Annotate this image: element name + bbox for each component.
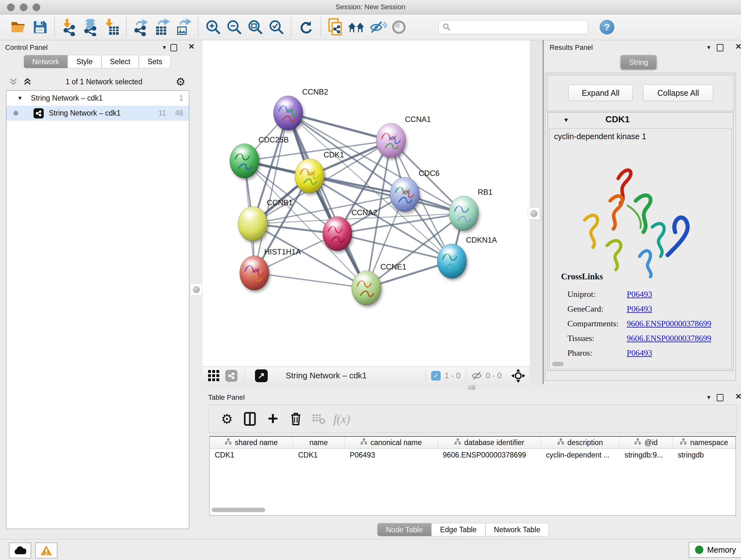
column-header-description[interactable]: description: [541, 437, 619, 448]
network-node-CCNB1[interactable]: [238, 206, 267, 241]
delete-column-icon[interactable]: [284, 409, 307, 429]
network-node-RB1[interactable]: [449, 196, 478, 231]
show-columns-icon[interactable]: [239, 409, 261, 429]
column-header-shared-name[interactable]: shared name: [210, 437, 293, 448]
expand-all-button[interactable]: Expand All: [568, 84, 633, 101]
network-row[interactable]: String Network – cdk1 11 48: [6, 106, 189, 121]
collection-expander-icon[interactable]: ▼: [17, 95, 23, 102]
tab-style[interactable]: Style: [68, 55, 101, 68]
network-node-CCNB2[interactable]: [273, 96, 303, 130]
first-neighbors-icon[interactable]: [346, 17, 367, 38]
apply-layout-icon[interactable]: [295, 17, 317, 38]
hide-selected-icon[interactable]: [367, 17, 388, 38]
export-network-icon[interactable]: [131, 17, 152, 38]
tab-node-table[interactable]: Node Table: [377, 523, 431, 537]
results-panel-close-icon[interactable]: ✕: [735, 42, 741, 51]
network-node-CCNA1[interactable]: [376, 123, 406, 158]
open-file-icon[interactable]: [8, 17, 29, 38]
warning-status-button[interactable]: [35, 543, 57, 558]
crosslink-link[interactable]: P06493: [627, 290, 652, 299]
tab-select[interactable]: Select: [102, 55, 139, 68]
results-panel-float-menu-icon[interactable]: ▾: [707, 44, 711, 51]
control-panel-float-icon[interactable]: [171, 44, 177, 52]
import-table-from-file-icon[interactable]: [101, 17, 122, 38]
table-cell[interactable]: cyclin-dependent ...: [541, 449, 619, 461]
tab-sets[interactable]: Sets: [139, 55, 171, 68]
crosslink-link[interactable]: 9606.ENSP00000378699: [627, 319, 711, 328]
delete-table-icon[interactable]: [307, 409, 330, 429]
entry-expander-icon[interactable]: ▼: [563, 117, 569, 124]
horizontal-splitter-handle[interactable]: [468, 385, 475, 390]
table-panel-float-menu-icon[interactable]: ▾: [707, 393, 711, 401]
table-cell[interactable]: 9606.ENSP00000378699: [438, 449, 541, 461]
search-field[interactable]: [451, 23, 580, 32]
table-cell[interactable]: stringdb:9...: [619, 449, 673, 461]
selected-checkbox-icon[interactable]: ✓: [431, 371, 441, 381]
entry-hscrollbar[interactable]: [552, 362, 563, 366]
expand-all-networks-icon[interactable]: [23, 77, 32, 86]
column-header-namespace[interactable]: namespace: [673, 437, 736, 448]
column-header-canonical-name[interactable]: canonical name: [345, 437, 438, 448]
search-input[interactable]: [438, 20, 588, 34]
table-cell[interactable]: CDK1: [210, 449, 293, 461]
network-options-gear-icon[interactable]: ⚙: [176, 75, 185, 88]
network-edge[interactable]: [288, 113, 366, 288]
network-share-view-icon[interactable]: [225, 370, 238, 382]
control-panel-float-menu-icon[interactable]: ▾: [163, 44, 166, 51]
zoom-selected-icon[interactable]: [266, 17, 287, 38]
crosslink-link[interactable]: P06493: [627, 348, 652, 358]
import-network-from-database-icon[interactable]: [80, 17, 101, 38]
show-all-icon[interactable]: [388, 17, 409, 38]
new-network-from-selection-icon[interactable]: [325, 17, 346, 38]
zoom-out-icon[interactable]: [224, 17, 245, 38]
collapse-all-button[interactable]: Collapse All: [643, 84, 713, 101]
cloud-status-button[interactable]: [9, 543, 31, 558]
results-panel: Results Panel ▾ ✕ String Expand All Coll…: [544, 40, 741, 384]
network-node-CDKN1A[interactable]: [437, 244, 467, 278]
export-image-icon[interactable]: [173, 17, 194, 38]
network-node-CDK1[interactable]: [295, 159, 324, 193]
help-button[interactable]: ?: [600, 20, 614, 35]
table-cell[interactable]: P06493: [345, 449, 438, 461]
network-node-CDC6[interactable]: [390, 177, 419, 212]
network-node-HIST1H1A[interactable]: [240, 256, 269, 290]
network-node-CCNA2[interactable]: [323, 216, 352, 251]
export-table-icon[interactable]: [152, 17, 173, 38]
crosslink-link[interactable]: 9606.ENSP00000378699: [627, 334, 711, 343]
zoom-in-icon[interactable]: [203, 17, 224, 38]
table-panel-close-icon[interactable]: ✕: [735, 392, 741, 401]
tab-network[interactable]: Network: [23, 55, 68, 68]
table-cell[interactable]: stringdb: [673, 449, 736, 461]
grid-view-icon[interactable]: [207, 369, 220, 382]
function-builder-icon[interactable]: f(x): [330, 409, 353, 429]
network-node-CDC25B[interactable]: [230, 144, 259, 178]
network-collection-row[interactable]: ▼ String Network – cdk1 1: [6, 91, 189, 106]
tab-network-table[interactable]: Network Table: [485, 523, 549, 537]
save-session-icon[interactable]: [29, 17, 51, 38]
collapse-all-networks-icon[interactable]: [9, 77, 18, 86]
network-canvas[interactable]: CCNB2CCNA1CDC25BCDK1CDC6RB1CCNB1CCNA2CDK…: [202, 40, 530, 367]
left-splitter-handle[interactable]: [190, 284, 202, 296]
zoom-fit-icon[interactable]: [245, 17, 266, 38]
results-tab-string[interactable]: String: [620, 55, 657, 70]
table-hscrollbar[interactable]: [212, 508, 265, 512]
table-cell[interactable]: CDK1: [293, 449, 345, 461]
column-header-name[interactable]: name: [293, 437, 345, 448]
column-header-database-identifier[interactable]: database identifier: [438, 437, 541, 448]
network-edge[interactable]: [254, 273, 366, 288]
table-row[interactable]: CDK1CDK1P064939606.ENSP00000378699cyclin…: [210, 449, 736, 461]
crosslink-link[interactable]: P06493: [627, 304, 652, 314]
add-column-icon[interactable]: +: [261, 408, 284, 430]
table-options-gear-icon[interactable]: ⚙: [215, 409, 239, 429]
memory-button[interactable]: Memory: [689, 542, 741, 558]
tab-edge-table[interactable]: Edge Table: [431, 523, 485, 537]
birds-eye-view-icon[interactable]: ↗: [255, 369, 268, 382]
column-header-@id[interactable]: @id: [619, 437, 673, 448]
move-crosshair-icon[interactable]: [511, 369, 525, 383]
import-network-from-file-icon[interactable]: [59, 17, 80, 38]
table-panel-float-icon[interactable]: [717, 394, 724, 402]
results-panel-float-icon[interactable]: [717, 44, 724, 52]
right-splitter-handle[interactable]: [528, 207, 540, 220]
control-panel-close-icon[interactable]: ✕: [188, 42, 195, 51]
network-node-CCNE1[interactable]: [352, 271, 381, 305]
